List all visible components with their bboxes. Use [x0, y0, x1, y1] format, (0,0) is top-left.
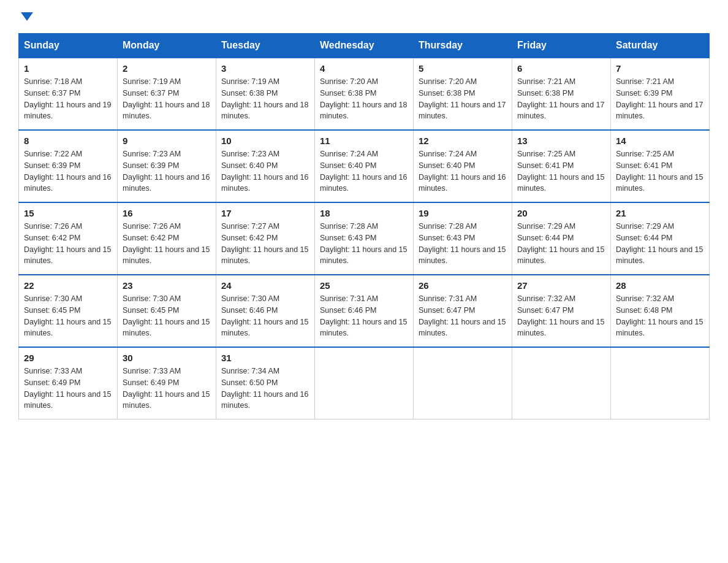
calendar-cell: 6 Sunrise: 7:21 AM Sunset: 6:38 PM Dayli… — [512, 58, 611, 130]
day-number: 10 — [221, 136, 309, 146]
calendar-cell: 11 Sunrise: 7:24 AM Sunset: 6:40 PM Dayl… — [315, 130, 414, 202]
calendar-cell: 26 Sunrise: 7:31 AM Sunset: 6:47 PM Dayl… — [414, 275, 512, 347]
day-number: 6 — [517, 63, 605, 74]
day-number: 3 — [221, 63, 309, 74]
day-info: Sunrise: 7:32 AM Sunset: 6:48 PM Dayligh… — [616, 293, 704, 339]
weekday-header-monday: Monday — [118, 34, 216, 58]
day-info: Sunrise: 7:34 AM Sunset: 6:50 PM Dayligh… — [221, 366, 309, 412]
day-info: Sunrise: 7:30 AM Sunset: 6:45 PM Dayligh… — [123, 293, 211, 339]
day-info: Sunrise: 7:23 AM Sunset: 6:39 PM Dayligh… — [123, 148, 211, 194]
day-number: 5 — [419, 63, 507, 74]
day-info: Sunrise: 7:21 AM Sunset: 6:38 PM Dayligh… — [517, 76, 605, 122]
day-info: Sunrise: 7:30 AM Sunset: 6:46 PM Dayligh… — [221, 293, 309, 339]
day-info: Sunrise: 7:27 AM Sunset: 6:42 PM Dayligh… — [221, 221, 309, 267]
day-info: Sunrise: 7:19 AM Sunset: 6:38 PM Dayligh… — [221, 76, 309, 122]
day-number: 21 — [616, 208, 704, 218]
weekday-header-tuesday: Tuesday — [216, 34, 315, 58]
day-number: 7 — [616, 63, 704, 74]
calendar-cell: 30 Sunrise: 7:33 AM Sunset: 6:49 PM Dayl… — [118, 347, 216, 419]
day-number: 20 — [517, 208, 605, 218]
weekday-header-thursday: Thursday — [414, 34, 512, 58]
day-info: Sunrise: 7:20 AM Sunset: 6:38 PM Dayligh… — [320, 76, 408, 122]
day-info: Sunrise: 7:24 AM Sunset: 6:40 PM Dayligh… — [419, 148, 507, 194]
calendar-cell: 1 Sunrise: 7:18 AM Sunset: 6:37 PM Dayli… — [19, 58, 118, 130]
day-number: 4 — [320, 63, 408, 74]
calendar-cell: 28 Sunrise: 7:32 AM Sunset: 6:48 PM Dayl… — [611, 275, 710, 347]
calendar-week-row-3: 15 Sunrise: 7:26 AM Sunset: 6:42 PM Dayl… — [19, 202, 710, 275]
calendar-week-row-5: 29 Sunrise: 7:33 AM Sunset: 6:49 PM Dayl… — [19, 347, 710, 419]
page-header — [18, 12, 710, 21]
day-number: 14 — [616, 136, 704, 146]
calendar-cell: 10 Sunrise: 7:23 AM Sunset: 6:40 PM Dayl… — [216, 130, 315, 202]
day-number: 30 — [123, 353, 211, 363]
day-info: Sunrise: 7:26 AM Sunset: 6:42 PM Dayligh… — [24, 221, 112, 267]
day-number: 9 — [123, 136, 211, 146]
calendar-week-row-4: 22 Sunrise: 7:30 AM Sunset: 6:45 PM Dayl… — [19, 275, 710, 347]
day-info: Sunrise: 7:28 AM Sunset: 6:43 PM Dayligh… — [320, 221, 408, 267]
calendar-cell: 14 Sunrise: 7:25 AM Sunset: 6:41 PM Dayl… — [611, 130, 710, 202]
day-info: Sunrise: 7:25 AM Sunset: 6:41 PM Dayligh… — [616, 148, 704, 194]
day-info: Sunrise: 7:25 AM Sunset: 6:41 PM Dayligh… — [517, 148, 605, 194]
day-info: Sunrise: 7:28 AM Sunset: 6:43 PM Dayligh… — [419, 221, 507, 267]
day-number: 23 — [123, 280, 211, 291]
calendar-cell — [315, 347, 414, 419]
day-number: 28 — [616, 280, 704, 291]
day-number: 2 — [123, 63, 211, 74]
day-info: Sunrise: 7:22 AM Sunset: 6:39 PM Dayligh… — [24, 148, 112, 194]
calendar-cell: 9 Sunrise: 7:23 AM Sunset: 6:39 PM Dayli… — [118, 130, 216, 202]
day-info: Sunrise: 7:18 AM Sunset: 6:37 PM Dayligh… — [24, 76, 112, 122]
calendar-cell: 2 Sunrise: 7:19 AM Sunset: 6:37 PM Dayli… — [118, 58, 216, 130]
calendar-cell: 21 Sunrise: 7:29 AM Sunset: 6:44 PM Dayl… — [611, 202, 710, 275]
day-number: 25 — [320, 280, 408, 291]
day-number: 18 — [320, 208, 408, 218]
day-number: 8 — [24, 136, 112, 146]
calendar-cell: 16 Sunrise: 7:26 AM Sunset: 6:42 PM Dayl… — [118, 202, 216, 275]
calendar-cell: 3 Sunrise: 7:19 AM Sunset: 6:38 PM Dayli… — [216, 58, 315, 130]
calendar-cell: 13 Sunrise: 7:25 AM Sunset: 6:41 PM Dayl… — [512, 130, 611, 202]
day-info: Sunrise: 7:24 AM Sunset: 6:40 PM Dayligh… — [320, 148, 408, 194]
calendar-cell: 17 Sunrise: 7:27 AM Sunset: 6:42 PM Dayl… — [216, 202, 315, 275]
day-number: 17 — [221, 208, 309, 218]
day-info: Sunrise: 7:33 AM Sunset: 6:49 PM Dayligh… — [123, 366, 211, 412]
day-number: 13 — [517, 136, 605, 146]
weekday-header-friday: Friday — [512, 34, 611, 58]
calendar-cell: 25 Sunrise: 7:31 AM Sunset: 6:46 PM Dayl… — [315, 275, 414, 347]
calendar-cell: 5 Sunrise: 7:20 AM Sunset: 6:38 PM Dayli… — [414, 58, 512, 130]
day-number: 29 — [24, 353, 112, 363]
calendar-cell: 22 Sunrise: 7:30 AM Sunset: 6:45 PM Dayl… — [19, 275, 118, 347]
calendar-cell: 27 Sunrise: 7:32 AM Sunset: 6:47 PM Dayl… — [512, 275, 611, 347]
weekday-header-saturday: Saturday — [611, 34, 710, 58]
calendar-cell — [414, 347, 512, 419]
day-info: Sunrise: 7:23 AM Sunset: 6:40 PM Dayligh… — [221, 148, 309, 194]
day-number: 31 — [221, 353, 309, 363]
day-number: 22 — [24, 280, 112, 291]
day-number: 26 — [419, 280, 507, 291]
calendar-week-row-1: 1 Sunrise: 7:18 AM Sunset: 6:37 PM Dayli… — [19, 58, 710, 130]
day-info: Sunrise: 7:31 AM Sunset: 6:46 PM Dayligh… — [320, 293, 408, 339]
weekday-header-row: SundayMondayTuesdayWednesdayThursdayFrid… — [19, 34, 710, 58]
calendar-table: SundayMondayTuesdayWednesdayThursdayFrid… — [18, 33, 710, 419]
day-number: 19 — [419, 208, 507, 218]
calendar-week-row-2: 8 Sunrise: 7:22 AM Sunset: 6:39 PM Dayli… — [19, 130, 710, 202]
calendar-cell: 23 Sunrise: 7:30 AM Sunset: 6:45 PM Dayl… — [118, 275, 216, 347]
logo-triangle-icon — [21, 12, 33, 21]
calendar-cell: 18 Sunrise: 7:28 AM Sunset: 6:43 PM Dayl… — [315, 202, 414, 275]
day-info: Sunrise: 7:29 AM Sunset: 6:44 PM Dayligh… — [517, 221, 605, 267]
calendar-cell: 20 Sunrise: 7:29 AM Sunset: 6:44 PM Dayl… — [512, 202, 611, 275]
day-number: 1 — [24, 63, 112, 74]
calendar-cell: 15 Sunrise: 7:26 AM Sunset: 6:42 PM Dayl… — [19, 202, 118, 275]
logo — [18, 12, 33, 21]
calendar-cell — [512, 347, 611, 419]
day-info: Sunrise: 7:32 AM Sunset: 6:47 PM Dayligh… — [517, 293, 605, 339]
day-number: 15 — [24, 208, 112, 218]
day-info: Sunrise: 7:21 AM Sunset: 6:39 PM Dayligh… — [616, 76, 704, 122]
calendar-cell: 12 Sunrise: 7:24 AM Sunset: 6:40 PM Dayl… — [414, 130, 512, 202]
calendar-cell: 31 Sunrise: 7:34 AM Sunset: 6:50 PM Dayl… — [216, 347, 315, 419]
calendar-cell: 8 Sunrise: 7:22 AM Sunset: 6:39 PM Dayli… — [19, 130, 118, 202]
day-info: Sunrise: 7:33 AM Sunset: 6:49 PM Dayligh… — [24, 366, 112, 412]
day-info: Sunrise: 7:29 AM Sunset: 6:44 PM Dayligh… — [616, 221, 704, 267]
weekday-header-sunday: Sunday — [19, 34, 118, 58]
calendar-cell: 24 Sunrise: 7:30 AM Sunset: 6:46 PM Dayl… — [216, 275, 315, 347]
day-info: Sunrise: 7:20 AM Sunset: 6:38 PM Dayligh… — [419, 76, 507, 122]
day-number: 12 — [419, 136, 507, 146]
